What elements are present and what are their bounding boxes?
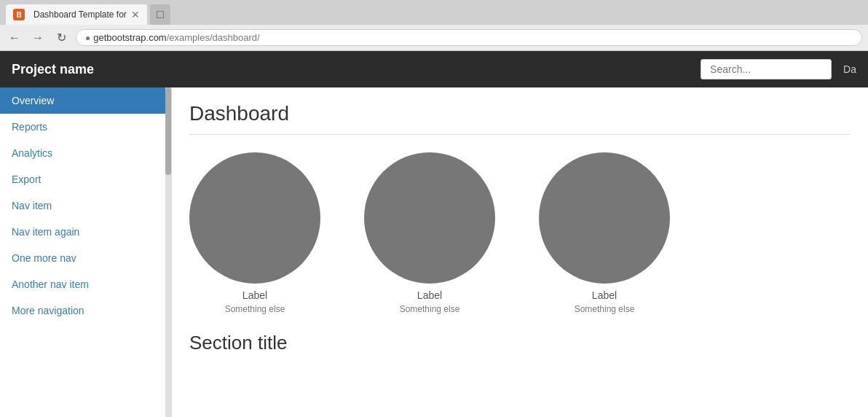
forward-button[interactable]: → <box>29 29 47 47</box>
reload-button[interactable]: ↻ <box>52 29 70 47</box>
chart-label-2: Label <box>417 289 442 301</box>
sidebar-item-more-navigation[interactable]: More navigation <box>0 297 171 324</box>
lock-icon: ● <box>85 33 90 43</box>
sidebar-item-export[interactable]: Export <box>0 166 171 192</box>
new-tab-button[interactable]: □ <box>150 4 170 25</box>
address-bar[interactable]: ● getbootstrap.com/examples/dashboard/ <box>76 29 862 46</box>
chart-label-3: Label <box>592 289 617 301</box>
tab-close-button[interactable]: ✕ <box>131 9 140 20</box>
address-text: getbootstrap.com/examples/dashboard/ <box>93 32 259 43</box>
title-divider <box>189 134 851 135</box>
chart-circle-1 <box>189 152 320 284</box>
brand-name: Project name <box>12 62 701 77</box>
browser-window: B Dashboard Template for ✕ □ ← → ↻ ● get… <box>0 0 868 51</box>
sidebar-item-analytics[interactable]: Analytics <box>0 140 171 166</box>
chart-sublabel-2: Something else <box>400 304 460 314</box>
browser-tab[interactable]: B Dashboard Template for ✕ <box>6 4 147 25</box>
sidebar: Overview Reports Analytics Export Nav it… <box>0 87 172 417</box>
main-content: Dashboard Label Something else Label Som… <box>172 87 868 417</box>
browser-toolbar: ← → ↻ ● getbootstrap.com/examples/dashbo… <box>0 25 868 51</box>
tab-title: Dashboard Template for <box>33 9 127 20</box>
chart-sublabel-3: Something else <box>575 304 635 314</box>
section-title: Section title <box>189 332 851 354</box>
browser-tab-bar: B Dashboard Template for ✕ □ <box>0 0 868 25</box>
sidebar-scrollbar[interactable] <box>165 87 171 417</box>
chart-circle-3 <box>539 152 670 284</box>
search-input[interactable] <box>701 59 832 79</box>
sidebar-item-navitem-again[interactable]: Nav item again <box>0 219 171 245</box>
sidebar-item-one-more-nav[interactable]: One more nav <box>0 245 171 271</box>
chart-label-1: Label <box>242 289 267 301</box>
app-container: Project name Da Overview Reports Analyti… <box>0 51 868 417</box>
address-path: /examples/dashboard/ <box>167 32 260 43</box>
sidebar-item-overview[interactable]: Overview <box>0 87 171 114</box>
tab-favicon: B <box>13 9 25 20</box>
chart-circle-2 <box>364 152 495 284</box>
chart-item-2: Label Something else <box>364 152 495 314</box>
chart-item-1: Label Something else <box>189 152 320 314</box>
sidebar-item-reports[interactable]: Reports <box>0 114 171 140</box>
charts-row: Label Something else Label Something els… <box>189 152 851 314</box>
chart-sublabel-1: Something else <box>225 304 285 314</box>
sidebar-scrollbar-thumb <box>165 87 171 175</box>
sidebar-item-navitem[interactable]: Nav item <box>0 192 171 219</box>
chart-item-3: Label Something else <box>539 152 670 314</box>
sidebar-item-another-nav[interactable]: Another nav item <box>0 271 171 297</box>
page-title: Dashboard <box>189 102 851 125</box>
back-button[interactable]: ← <box>6 29 23 47</box>
sidebar-nav: Overview Reports Analytics Export Nav it… <box>0 87 171 324</box>
navbar-link[interactable]: Da <box>843 63 856 75</box>
address-domain: getbootstrap.com <box>93 32 166 43</box>
top-navbar: Project name Da <box>0 51 868 87</box>
new-tab-icon: □ <box>157 8 164 21</box>
main-layout: Overview Reports Analytics Export Nav it… <box>0 87 868 417</box>
